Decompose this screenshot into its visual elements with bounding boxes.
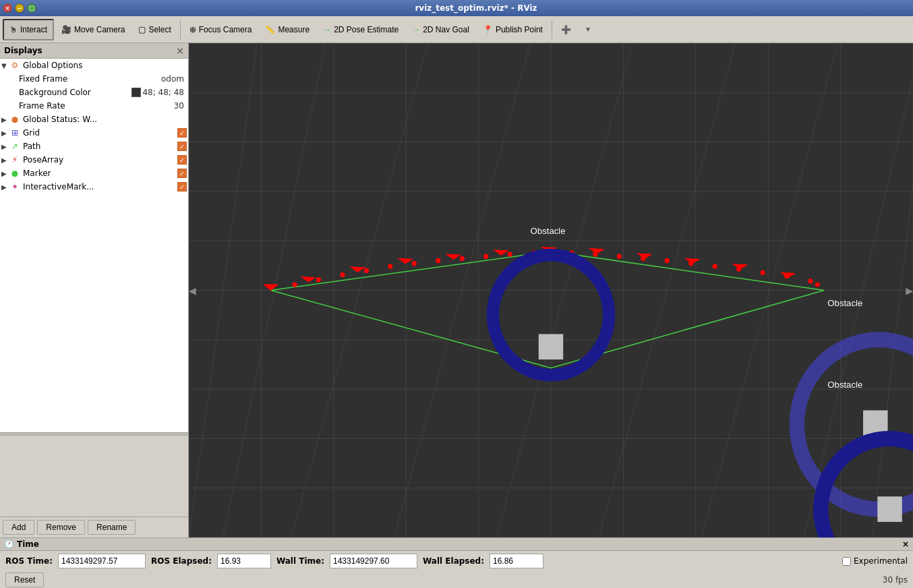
expand-posearray-icon: ▶	[1, 156, 9, 164]
pose-estimate-icon: →	[323, 25, 331, 34]
path-label: Path	[23, 142, 177, 151]
marker-icon: ●	[9, 168, 20, 179]
select-button[interactable]: ▢ Select	[132, 19, 177, 40]
left-panel: Displays × ▼ ⚙ Global Options Fixed Fram…	[0, 43, 189, 537]
wall-time-label: Wall Time:	[276, 556, 324, 566]
pose-estimate-button[interactable]: → 2D Pose Estimate	[317, 19, 405, 40]
tree-item-interactive-marker[interactable]: ▶ ✦ InteractiveMark... ✓	[0, 180, 188, 194]
interact-icon: 🖱	[9, 25, 18, 34]
fixed-frame-label: Fixed Frame	[19, 74, 161, 84]
background-color-value: 48; 48; 48	[142, 88, 184, 97]
interactive-marker-icon: ✦	[9, 181, 20, 192]
ros-elapsed-input[interactable]	[217, 554, 271, 568]
tree-item-global-options[interactable]: ▼ ⚙ Global Options	[0, 59, 188, 72]
select-icon: ▢	[138, 25, 146, 34]
rename-button[interactable]: Rename	[88, 520, 136, 535]
panel-actions: Add Remove Rename	[0, 517, 188, 537]
svg-rect-76	[877, 496, 902, 522]
add-toolbar-button[interactable]: ➕	[555, 19, 577, 40]
gear-icon: ⚙	[9, 60, 20, 71]
toolbar: 🖱 Interact 🎥 Move Camera ▢ Select ⊕ Focu…	[0, 16, 913, 43]
posearray-checkbox[interactable]: ✓	[177, 155, 187, 165]
tree-item-posearray[interactable]: ▶ ⚡ PoseArray ✓	[0, 153, 188, 167]
interact-button[interactable]: 🖱 Interact	[3, 19, 54, 40]
svg-point-54	[808, 279, 813, 283]
plus-icon: ➕	[561, 25, 571, 34]
minimize-button[interactable]: −	[15, 3, 24, 13]
titlebar: × − □ rviz_test_optim.rviz* - RViz	[0, 0, 913, 16]
svg-point-35	[341, 272, 345, 276]
frame-rate-value: 30	[174, 101, 184, 111]
svg-point-33	[293, 283, 297, 287]
svg-point-55	[815, 283, 819, 287]
svg-text:Obstacle: Obstacle	[827, 297, 862, 307]
focus-camera-button[interactable]: ⊕ Focus Camera	[183, 19, 258, 40]
tree-item-frame-rate[interactable]: Frame Rate 30	[0, 99, 188, 113]
nav-goal-button[interactable]: → 2D Nav Goal	[406, 19, 475, 40]
tree-item-marker[interactable]: ▶ ● Marker ✓	[0, 167, 188, 180]
svg-point-52	[761, 270, 765, 274]
experimental-checkbox[interactable]	[842, 557, 851, 566]
path-icon: ↗	[9, 141, 20, 152]
titlebar-controls: × − □	[3, 3, 36, 13]
dropdown-arrow-icon: ▼	[585, 26, 591, 33]
marker-checkbox[interactable]: ✓	[177, 169, 187, 178]
posearray-icon: ⚡	[9, 154, 20, 165]
ros-time-input[interactable]	[58, 554, 146, 568]
path-checkbox[interactable]: ✓	[177, 142, 187, 151]
remove-button[interactable]: Remove	[37, 520, 85, 535]
svg-point-48	[665, 258, 669, 262]
interactive-marker-checkbox[interactable]: ✓	[177, 182, 187, 192]
close-button[interactable]: ×	[3, 3, 12, 13]
wall-time-input[interactable]	[330, 554, 417, 568]
grid-icon: ⊞	[9, 127, 20, 138]
tree-item-background-color[interactable]: Background Color 48; 48; 48	[0, 86, 188, 99]
grid-checkbox[interactable]: ✓	[177, 128, 187, 138]
bottom-buttons: Reset 30 fps	[0, 571, 913, 588]
resize-right-arrow[interactable]: ▶	[906, 285, 913, 296]
svg-point-50	[713, 264, 717, 268]
background-color-label: Background Color	[19, 88, 131, 97]
experimental-row: Experimental	[842, 556, 908, 566]
global-options-label: Global Options	[23, 61, 187, 70]
clock-icon: 🕐	[4, 539, 14, 549]
separator-1	[180, 20, 181, 39]
global-status-label: Global Status: W...	[23, 115, 187, 124]
displays-close-button[interactable]: ×	[176, 45, 184, 56]
svg-point-39	[436, 258, 440, 262]
svg-text:Obstacle: Obstacle	[531, 226, 566, 236]
frame-rate-label: Frame Rate	[19, 101, 174, 111]
publish-point-button[interactable]: 📍 Publish Point	[477, 19, 549, 40]
wall-elapsed-label: Wall Elapsed:	[423, 556, 484, 566]
viewport[interactable]: Obstacle Obstacle Obstacle ◀ ▶	[189, 43, 913, 537]
publish-point-icon: 📍	[483, 25, 493, 34]
time-panel-close[interactable]: ×	[902, 539, 909, 549]
posearray-label: PoseArray	[23, 155, 177, 165]
resize-left-arrow[interactable]: ◀	[189, 285, 196, 296]
svg-point-38	[412, 262, 416, 266]
svg-point-37	[388, 264, 392, 268]
ros-time-label: ROS Time:	[5, 556, 53, 566]
reset-button[interactable]: Reset	[5, 572, 44, 587]
svg-point-36	[364, 268, 368, 272]
svg-text:Obstacle: Obstacle	[827, 380, 862, 390]
svg-point-41	[484, 254, 488, 258]
expand-icon: ▼	[1, 62, 9, 69]
tree-item-global-status[interactable]: ▶ ● Global Status: W...	[0, 113, 188, 126]
move-camera-button[interactable]: 🎥 Move Camera	[55, 19, 131, 40]
tree-item-grid[interactable]: ▶ ⊞ Grid ✓	[0, 126, 188, 140]
toolbar-dropdown-button[interactable]: ▼	[579, 19, 597, 40]
measure-icon: 📏	[265, 25, 275, 34]
displays-tree: ▼ ⚙ Global Options Fixed Frame odom Back…	[0, 59, 188, 432]
add-button[interactable]: Add	[3, 520, 34, 535]
time-panel-header: 🕐 Time ×	[0, 538, 913, 551]
experimental-label: Experimental	[854, 556, 908, 566]
tree-item-path[interactable]: ▶ ↗ Path ✓	[0, 140, 188, 153]
tree-item-fixed-frame[interactable]: Fixed Frame odom	[0, 72, 188, 86]
svg-point-46	[617, 254, 621, 258]
maximize-button[interactable]: □	[27, 3, 36, 13]
measure-button[interactable]: 📏 Measure	[259, 19, 316, 40]
wall-elapsed-input[interactable]	[490, 554, 543, 568]
expand-marker-icon: ▶	[1, 170, 9, 177]
time-row: ROS Time: ROS Elapsed: Wall Time: Wall E…	[0, 551, 913, 571]
